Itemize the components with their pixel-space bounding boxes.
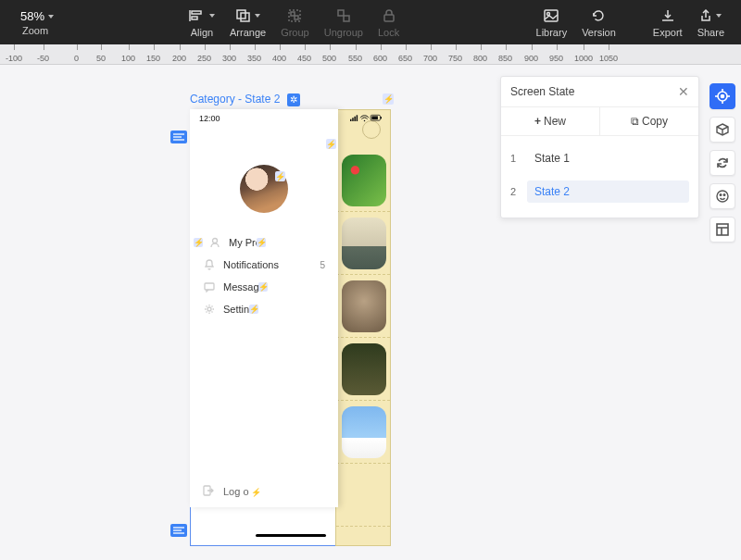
version-button[interactable]: Version <box>574 0 623 44</box>
layout-tool-button[interactable] <box>710 217 735 243</box>
interaction-badge[interactable]: ⚡ <box>383 93 394 105</box>
svg-point-29 <box>207 307 211 311</box>
ruler-tick: 300 <box>222 54 236 63</box>
new-label: New <box>544 115 566 128</box>
panel-header: Screen State ✕ <box>501 77 698 107</box>
alignment-marker-top[interactable] <box>170 131 187 143</box>
state-label: State 2 <box>527 180 689 203</box>
svg-rect-40 <box>717 224 728 235</box>
ruler-tick: 0 <box>74 54 79 63</box>
phone-status-bar: 12:00 <box>190 109 391 128</box>
svg-rect-8 <box>338 10 344 16</box>
top-toolbar: 58% Zoom Align Arrange Group Ungroup Loc… <box>0 0 741 44</box>
new-state-button[interactable]: +New <box>501 107 600 135</box>
menu-item-logout[interactable]: Log o ⚡ <box>203 485 261 498</box>
gear-icon <box>203 303 216 316</box>
ungroup-button: Ungroup <box>317 0 370 44</box>
horizontal-ruler[interactable]: -100 -50 0 50 100 150 200 250 300 350 40… <box>0 44 741 65</box>
bolt-icon: ⚡ <box>383 94 394 104</box>
bolt-icon: ⚡ <box>275 172 285 181</box>
background-screen[interactable] <box>335 109 391 546</box>
svg-rect-25 <box>371 116 378 119</box>
cube-tool-button[interactable] <box>710 117 735 143</box>
target-tool-button[interactable] <box>710 83 735 109</box>
svg-rect-10 <box>384 15 394 21</box>
alignment-marker-bottom[interactable] <box>170 524 187 537</box>
menu-item-label: Notifications <box>223 259 279 270</box>
zoom-label: Zoom <box>22 25 48 36</box>
gear-icon[interactable]: ✲ <box>287 93 300 106</box>
emoji-tool-button[interactable] <box>710 183 735 209</box>
bell-icon <box>203 258 216 271</box>
side-drawer[interactable]: ⚡ My Prof ⚡ Notifications 5 Messag ⚡ Set… <box>190 109 338 507</box>
export-icon <box>661 6 674 25</box>
interaction-badge[interactable]: ⚡ <box>326 139 336 149</box>
state-row[interactable]: 2 State 2 <box>501 175 698 208</box>
ruler-tick: 550 <box>348 54 362 63</box>
ruler-tick: -100 <box>6 54 22 63</box>
bolt-icon: ⚡ <box>249 305 259 314</box>
interaction-badge[interactable]: ⚡ <box>194 238 203 247</box>
bolt-icon: ⚡ <box>326 140 336 149</box>
library-label: Library <box>536 27 568 38</box>
ruler-tick: 650 <box>398 54 412 63</box>
caret-down-icon <box>716 14 722 18</box>
ruler-tick: 500 <box>322 54 336 63</box>
lock-label: Lock <box>378 27 399 38</box>
ruler-tick: 900 <box>524 54 538 63</box>
lock-icon <box>383 6 395 25</box>
ruler-tick: 150 <box>146 54 160 63</box>
svg-rect-28 <box>205 283 214 290</box>
share-button[interactable]: Share <box>690 0 732 44</box>
svg-point-23 <box>364 120 365 121</box>
ruler-tick: 450 <box>297 54 311 63</box>
menu-item-label: Settin <box>223 304 249 315</box>
menu-item-notifications[interactable]: Notifications 5 <box>190 254 338 276</box>
align-button[interactable]: Align <box>182 0 222 44</box>
menu-item-messages[interactable]: Messag ⚡ <box>190 276 338 298</box>
group-button: Group <box>273 0 317 44</box>
close-icon[interactable]: ✕ <box>678 84 689 99</box>
svg-rect-7 <box>295 16 298 19</box>
interaction-badge[interactable]: ⚡ <box>257 238 266 247</box>
align-label: Align <box>191 27 213 38</box>
status-time: 12:00 <box>199 114 220 123</box>
screen-state-panel[interactable]: Screen State ✕ +New ⧉Copy 1 State 1 2 St… <box>500 76 699 218</box>
state-list: 1 State 1 2 State 2 <box>501 136 698 218</box>
ruler-tick: 400 <box>272 54 286 63</box>
ruler-tick: 1050 <box>599 54 618 63</box>
caret-down-icon <box>48 15 54 19</box>
state-row[interactable]: 1 State 1 <box>501 142 698 175</box>
zoom-control[interactable]: 58% Zoom <box>0 0 70 44</box>
interaction-badge[interactable]: ⚡ <box>249 305 258 314</box>
copy-state-button[interactable]: ⧉Copy <box>600 107 698 135</box>
svg-rect-19 <box>350 119 351 121</box>
panel-title: Screen State <box>510 85 574 98</box>
artboard-title[interactable]: Category - State 2 ✲ <box>190 93 300 106</box>
arrange-icon <box>236 6 260 25</box>
interaction-badge[interactable]: ⚡ <box>251 486 261 497</box>
align-icon <box>189 6 215 25</box>
ruler-tick: 950 <box>549 54 563 63</box>
library-button[interactable]: Library <box>529 0 575 44</box>
plus-icon: + <box>534 115 541 128</box>
interaction-badge[interactable]: ⚡ <box>275 171 285 181</box>
ruler-tick: 1000 <box>574 54 593 63</box>
ruler-tick: 750 <box>448 54 462 63</box>
menu-item-settings[interactable]: Settin ⚡ <box>190 298 338 320</box>
sync-tool-button[interactable] <box>710 150 735 176</box>
caret-down-icon <box>209 14 215 18</box>
ruler-tick: 50 <box>96 54 106 63</box>
align-lines-icon <box>173 527 184 534</box>
ruler-tick: 100 <box>121 54 135 63</box>
chat-icon <box>203 280 216 293</box>
menu-item-profile[interactable]: ⚡ My Prof ⚡ <box>190 231 338 254</box>
export-button[interactable]: Export <box>646 0 690 44</box>
menu-badge: 5 <box>320 260 325 270</box>
arrange-button[interactable]: Arrange <box>222 0 273 44</box>
ruler-tick: 350 <box>247 54 261 63</box>
ruler-tick: -50 <box>37 54 49 63</box>
ungroup-label: Ungroup <box>324 27 363 38</box>
interaction-badge[interactable]: ⚡ <box>258 282 268 292</box>
svg-point-32 <box>722 95 724 98</box>
